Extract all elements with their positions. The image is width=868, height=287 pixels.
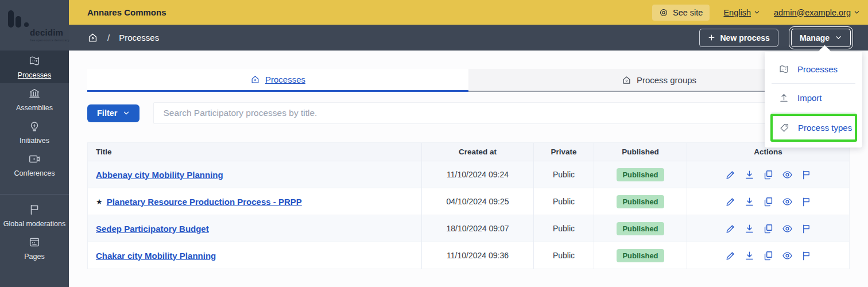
lightbulb-icon [28, 120, 41, 133]
sidebar-item-pages[interactable]: Pages [0, 232, 69, 265]
edit-icon[interactable] [725, 223, 736, 234]
menu-item-processes[interactable]: Processes [765, 55, 862, 83]
tab-label: Process groups [637, 75, 696, 85]
moderate-icon[interactable] [801, 250, 812, 261]
preview-icon[interactable] [782, 169, 793, 180]
actions-cell [687, 161, 849, 188]
filter-row: Filter [87, 102, 850, 124]
decidim-logo[interactable]: decidim free open-source democracy [0, 0, 69, 51]
breadcrumb-home-link[interactable] [87, 32, 98, 43]
published-badge: Published [617, 195, 664, 208]
header-actions: New process Manage [699, 29, 859, 47]
account-email: admin@example.org [774, 8, 851, 17]
manage-dropdown-menu: Processes Import Process types [765, 52, 862, 148]
account-menu[interactable]: admin@example.org [774, 8, 860, 17]
main-content: Processes Process groups Filter Title Cr… [69, 51, 868, 287]
menu-item-label: Import [797, 93, 822, 103]
table-header: Title Created at Private Published Actio… [88, 143, 849, 161]
duplicate-icon[interactable] [763, 196, 774, 207]
manage-button[interactable]: Manage [791, 29, 851, 47]
top-bar: Annares Commons See site English admin@e… [69, 0, 868, 25]
chevron-down-icon [754, 9, 760, 15]
process-title-link[interactable]: Abbenay city Mobility Planning [96, 170, 223, 180]
top-bar-actions: See site English admin@example.org [652, 5, 860, 21]
edit-icon[interactable] [725, 196, 736, 207]
decidim-logo-icon [8, 10, 69, 28]
menu-item-label: Processes [797, 64, 838, 74]
chevron-down-icon [835, 34, 842, 41]
sidebar-item-label: Global moderations [3, 220, 65, 228]
process-title-link[interactable]: Sedep Participatory Budget [96, 224, 209, 234]
search-input[interactable] [153, 102, 850, 124]
processes-table: Title Created at Private Published Actio… [87, 142, 850, 269]
actions-cell [687, 215, 849, 242]
breadcrumb-current: Processes [119, 33, 159, 42]
process-title-link[interactable]: Chakar city Mobility Planning [96, 251, 216, 261]
sidebar-item-conferences[interactable]: Conferences [0, 149, 69, 181]
actions-cell [687, 188, 849, 215]
home-icon [622, 75, 631, 85]
sidebar-item-processes[interactable]: Processes [0, 51, 69, 83]
duplicate-icon[interactable] [763, 223, 774, 234]
language-label: English [723, 8, 751, 17]
sidebar-item-global-moderations[interactable]: Global moderations [0, 199, 69, 232]
menu-item-process-types[interactable]: Process types [773, 116, 855, 139]
edit-icon[interactable] [725, 250, 736, 261]
filter-button[interactable]: Filter [87, 104, 140, 122]
chevron-down-icon [854, 9, 860, 15]
organization-title: Annares Commons [87, 7, 166, 17]
export-icon[interactable] [744, 196, 755, 207]
menu-divider [772, 112, 855, 113]
moderate-icon[interactable] [801, 196, 812, 207]
column-header-title: Title [88, 143, 421, 161]
table-row: Chakar city Mobility Planning 11/10/2024… [88, 242, 849, 269]
table-row: ★ Planetary Resource Production Process … [88, 188, 849, 215]
preview-icon[interactable] [782, 196, 793, 207]
moderate-icon[interactable] [801, 169, 812, 180]
export-icon[interactable] [744, 223, 755, 234]
actions-cell [687, 242, 849, 269]
export-icon[interactable] [744, 250, 755, 261]
filter-label: Filter [97, 108, 117, 118]
sidebar-item-label: Initiatives [20, 137, 49, 145]
menu-item-import[interactable]: Import [765, 84, 862, 112]
secondary-header: / Processes New process Manage [69, 25, 868, 51]
annotation-highlight-box: Process types [770, 114, 857, 142]
process-tabs: Processes Process groups [87, 69, 850, 92]
flag-icon [28, 203, 41, 216]
private-cell: Public [533, 161, 594, 188]
upload-icon [778, 92, 789, 103]
tab-processes[interactable]: Processes [87, 69, 468, 92]
sidebar-item-label: Assemblies [16, 104, 53, 112]
export-icon[interactable] [744, 169, 755, 180]
duplicate-icon[interactable] [763, 250, 774, 261]
edit-icon[interactable] [725, 169, 736, 180]
published-badge: Published [617, 249, 664, 262]
process-title-link[interactable]: Planetary Resource Production Process - … [107, 197, 302, 207]
preview-icon[interactable] [782, 250, 793, 261]
tag-icon [779, 122, 790, 133]
sidebar-divider [0, 194, 69, 195]
see-site-label: See site [673, 8, 703, 17]
decidim-logo-wordmark: decidim [30, 28, 63, 37]
preview-icon[interactable] [782, 223, 793, 234]
plus-icon [708, 34, 715, 41]
private-cell: Public [533, 188, 594, 215]
language-selector[interactable]: English [723, 8, 760, 17]
new-process-button[interactable]: New process [699, 29, 778, 47]
table-row: Sedep Participatory Budget 18/10/2024 09… [88, 215, 849, 242]
see-site-link[interactable]: See site [652, 5, 710, 21]
created-at-cell: 11/10/2024 09:24 [421, 161, 533, 188]
sidebar-item-label: Pages [24, 253, 44, 261]
bank-icon [28, 87, 41, 100]
sidebar-item-initiatives[interactable]: Initiatives [0, 116, 69, 149]
sidebar-item-assemblies[interactable]: Assemblies [0, 83, 69, 116]
moderate-icon[interactable] [801, 223, 812, 234]
published-badge: Published [617, 168, 664, 181]
duplicate-icon[interactable] [763, 169, 774, 180]
chevron-down-icon [123, 110, 130, 117]
column-header-private: Private [533, 143, 594, 161]
star-icon: ★ [96, 197, 103, 206]
private-cell: Public [533, 242, 594, 269]
eye-icon [659, 8, 668, 17]
